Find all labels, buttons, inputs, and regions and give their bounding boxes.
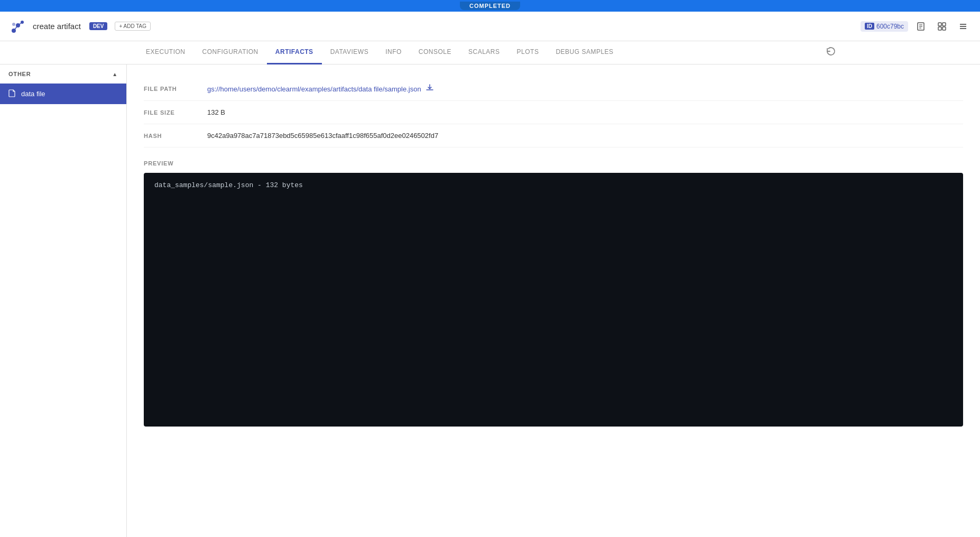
nav-tabs: EXECUTION CONFIGURATION ARTIFACTS DATAVI… bbox=[0, 41, 980, 64]
tab-console[interactable]: CONSOLE bbox=[410, 41, 460, 64]
tab-execution[interactable]: EXECUTION bbox=[137, 41, 194, 64]
preview-section: PREVIEW data_samples/sample.json - 132 b… bbox=[144, 160, 963, 427]
id-value: 600c79bc bbox=[876, 23, 904, 30]
file-path-label: FILE PATH bbox=[144, 86, 207, 92]
id-badge: ID 600c79bc bbox=[861, 21, 908, 32]
file-path-row: FILE PATH gs://home/users/demo/clearml/e… bbox=[144, 77, 963, 101]
file-path-value: gs://home/users/demo/clearml/examples/ar… bbox=[207, 84, 963, 94]
header-right: ID 600c79bc bbox=[861, 18, 972, 35]
dev-tag: DEV bbox=[89, 22, 108, 30]
svg-rect-10 bbox=[938, 23, 941, 26]
preview-console: data_samples/sample.json - 132 bytes bbox=[144, 173, 963, 427]
app-logo bbox=[8, 17, 27, 36]
id-label: ID bbox=[865, 23, 874, 30]
tab-info[interactable]: INFO bbox=[377, 41, 410, 64]
sidebar: OTHER data file bbox=[0, 64, 127, 537]
menu-icon-button[interactable] bbox=[955, 18, 972, 35]
layout-icon-button[interactable] bbox=[933, 18, 950, 35]
refresh-icon-button[interactable] bbox=[819, 46, 843, 59]
tab-dataviews[interactable]: DATAVIEWS bbox=[322, 41, 377, 64]
file-size-row: FILE SIZE 132 B bbox=[144, 101, 963, 124]
tab-scalars[interactable]: SCALARS bbox=[460, 41, 509, 64]
svg-line-4 bbox=[14, 25, 18, 31]
svg-rect-13 bbox=[942, 27, 946, 30]
file-size-label: FILE SIZE bbox=[144, 109, 207, 116]
hash-value: 9c42a9a978ac7a71873ebd5c65985e613cfaaff1… bbox=[207, 132, 963, 140]
tab-artifacts[interactable]: ARTIFACTS bbox=[267, 41, 322, 64]
app-title: create artifact bbox=[33, 22, 81, 31]
completed-badge: COMPLETED bbox=[460, 2, 520, 10]
preview-title: PREVIEW bbox=[144, 160, 963, 166]
hash-label: HASH bbox=[144, 133, 207, 139]
svg-rect-12 bbox=[938, 27, 941, 30]
hash-row: HASH 9c42a9a978ac7a71873ebd5c65985e613cf… bbox=[144, 124, 963, 147]
header: create artifact DEV + ADD TAG ID 600c79b… bbox=[0, 12, 980, 41]
sidebar-item-data-file[interactable]: data file bbox=[0, 84, 126, 104]
add-tag-button[interactable]: + ADD TAG bbox=[115, 22, 151, 31]
header-left: create artifact DEV + ADD TAG bbox=[8, 17, 861, 36]
main-layout: OTHER data file FILE PATH gs://home/user… bbox=[0, 64, 980, 537]
sidebar-item-label: data file bbox=[21, 90, 45, 98]
tab-debug-samples[interactable]: DEBUG SAMPLES bbox=[547, 41, 622, 64]
tab-plots[interactable]: PLOTS bbox=[509, 41, 548, 64]
svg-point-3 bbox=[12, 23, 15, 26]
tab-configuration[interactable]: CONFIGURATION bbox=[194, 41, 267, 64]
sidebar-section-other: OTHER bbox=[0, 64, 126, 84]
file-size-value: 132 B bbox=[207, 108, 963, 116]
sidebar-collapse-icon[interactable] bbox=[112, 71, 118, 77]
top-status-bar: COMPLETED bbox=[0, 0, 980, 12]
document-icon-button[interactable] bbox=[912, 18, 929, 35]
sidebar-section-label: OTHER bbox=[8, 71, 31, 77]
download-icon[interactable] bbox=[426, 84, 434, 94]
svg-rect-11 bbox=[942, 23, 946, 26]
content-area: FILE PATH gs://home/users/demo/clearml/e… bbox=[127, 64, 980, 537]
file-icon bbox=[8, 89, 16, 99]
